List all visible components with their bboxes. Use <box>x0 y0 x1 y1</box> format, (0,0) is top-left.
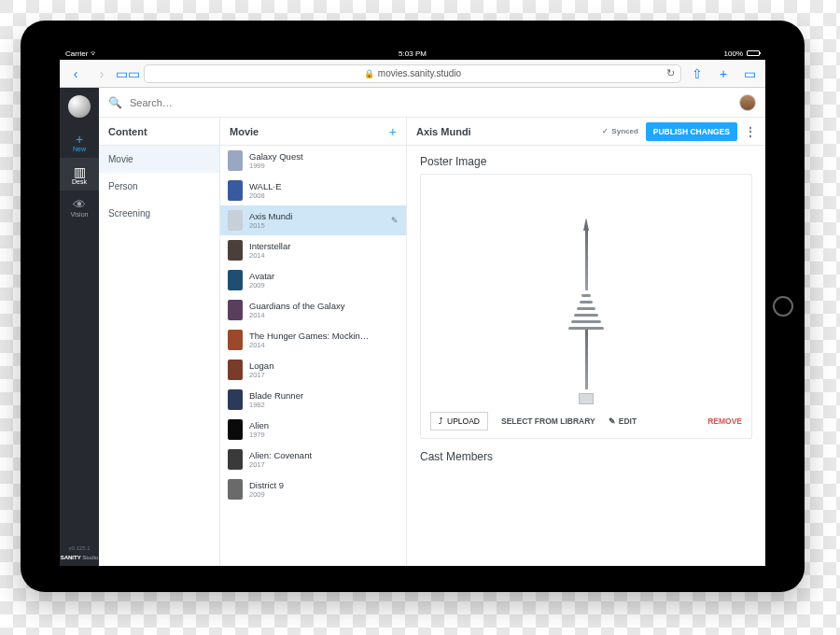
home-button[interactable] <box>773 296 793 317</box>
status-bar: Carrier ᯤ 5:03 PM 100% <box>60 47 765 60</box>
movie-title: WALL·E <box>249 181 282 191</box>
battery-icon <box>747 50 760 56</box>
edit-image-button[interactable]: ✎ EDIT <box>609 416 637 426</box>
reload-icon[interactable]: ↻ <box>666 67 675 79</box>
wifi-icon: ᯤ <box>91 49 98 58</box>
rail-vision[interactable]: 👁 Vision <box>60 190 99 223</box>
app-logo-icon[interactable] <box>68 95 91 118</box>
field-label-poster: Poster Image <box>420 155 752 168</box>
pane-document: Axis Mundi ✓ Synced PUBLISH CHANGES ⋮ Po… <box>407 118 765 566</box>
rail-desk[interactable]: ▥ Desk <box>60 158 99 190</box>
carrier-label: Carrier ᯤ <box>65 49 98 58</box>
brand-label: SANITY Studio <box>61 555 99 566</box>
bookmarks-icon[interactable]: ▭▭ <box>118 64 138 84</box>
poster-image-field: ⤴ UPLOAD SELECT FROM LIBRARY ✎ EDIT REMO… <box>420 174 752 439</box>
movie-title: Axis Mundi <box>249 211 292 221</box>
upload-icon: ⤴ <box>439 416 443 426</box>
movie-year: 1999 <box>249 162 303 170</box>
clock: 5:03 PM <box>399 49 427 58</box>
movie-title: Blade Runner <box>249 390 303 401</box>
movie-item[interactable]: Logan2017 <box>220 355 406 385</box>
movie-title: Galaxy Quest <box>249 151 303 162</box>
upload-button[interactable]: ⤴ UPLOAD <box>430 412 488 430</box>
pane-title: Content <box>108 126 147 137</box>
app: + New ▥ Desk 👁 Vision v0.125.1 SANITY St… <box>60 88 765 566</box>
eye-icon: 👁 <box>60 198 99 211</box>
back-button[interactable]: ‹ <box>65 64 86 84</box>
movie-thumb <box>228 300 243 320</box>
movie-item[interactable]: Galaxy Quest1999 <box>220 146 406 176</box>
url-bar[interactable]: 🔒 movies.sanity.studio ↻ <box>144 64 681 83</box>
avatar[interactable] <box>739 94 756 111</box>
movie-title: The Hunger Games: Mockin… <box>249 331 369 341</box>
movie-year: 2014 <box>249 341 369 349</box>
movie-item[interactable]: The Hunger Games: Mockin…2014 <box>220 325 406 355</box>
search-icon: 🔍 <box>108 96 122 109</box>
poster-preview[interactable] <box>427 180 746 404</box>
movie-item[interactable]: Alien: Covenant2017 <box>220 444 406 474</box>
movie-title: Interstellar <box>249 241 290 251</box>
kebab-icon[interactable]: ⋮ <box>745 125 756 138</box>
movie-year: 2009 <box>249 490 284 499</box>
movie-title: Alien: Covenant <box>249 450 312 460</box>
content-type-item[interactable]: Screening <box>99 200 219 227</box>
select-library-button[interactable]: SELECT FROM LIBRARY <box>501 416 595 426</box>
sidebar-rail: + New ▥ Desk 👁 Vision v0.125.1 SANITY St… <box>60 88 99 566</box>
forward-button[interactable]: › <box>91 64 112 84</box>
movie-item[interactable]: Blade Runner1982 <box>220 385 406 415</box>
tablet-frame: Carrier ᯤ 5:03 PM 100% ‹ › ▭▭ 🔒 movies.s… <box>21 21 805 592</box>
movie-title: Alien <box>249 420 269 430</box>
movie-item[interactable]: District 92009 <box>220 474 406 504</box>
add-movie-icon[interactable]: + <box>389 124 397 139</box>
field-label-cast: Cast Members <box>420 450 752 463</box>
movie-title: Guardians of the Galaxy <box>249 301 344 311</box>
share-icon[interactable]: ⇧ <box>687 64 707 84</box>
tower-illustration <box>567 218 606 404</box>
new-tab-icon[interactable]: + <box>713 64 734 84</box>
movie-thumb <box>228 479 243 500</box>
movie-year: 2014 <box>249 251 290 260</box>
movie-year: 2017 <box>249 371 273 379</box>
movie-year: 2014 <box>249 311 344 319</box>
movie-year: 2009 <box>249 281 274 289</box>
tabs-icon[interactable]: ▭ <box>739 64 760 84</box>
pane-title: Movie <box>230 126 259 137</box>
movie-thumb <box>228 150 243 171</box>
sync-status: ✓ Synced <box>602 127 637 135</box>
movie-item[interactable]: Guardians of the Galaxy2014 <box>220 295 406 325</box>
search-bar: 🔍 <box>99 88 765 118</box>
movie-thumb <box>228 360 243 380</box>
movie-year: 1982 <box>249 401 303 409</box>
search-input[interactable] <box>130 97 732 108</box>
version-label: v0.125.1 <box>68 542 90 555</box>
movie-thumb <box>228 449 243 470</box>
movie-title: Logan <box>249 360 273 371</box>
columns-icon: ▥ <box>60 165 99 178</box>
movie-thumb <box>228 419 243 440</box>
lock-icon: 🔒 <box>364 69 374 78</box>
movie-thumb <box>228 180 243 201</box>
movie-year: 2017 <box>249 460 312 469</box>
content-type-item[interactable]: Movie <box>99 146 219 173</box>
movie-thumb <box>228 389 243 410</box>
movie-item[interactable]: WALL·E2008 <box>220 176 406 205</box>
publish-button[interactable]: PUBLISH CHANGES <box>646 122 737 141</box>
movie-item[interactable]: Alien1979 <box>220 415 406 444</box>
movie-item[interactable]: Axis Mundi2015✎ <box>220 205 406 235</box>
movie-thumb <box>228 330 243 350</box>
movie-thumb <box>228 270 243 290</box>
movie-item[interactable]: Interstellar2014 <box>220 235 406 265</box>
url-text: movies.sanity.studio <box>378 68 461 78</box>
screen: Carrier ᯤ 5:03 PM 100% ‹ › ▭▭ 🔒 movies.s… <box>60 47 765 566</box>
movie-thumb <box>228 240 243 261</box>
movie-item[interactable]: Avatar2009 <box>220 265 406 295</box>
movie-year: 2008 <box>249 191 282 200</box>
browser-toolbar: ‹ › ▭▭ 🔒 movies.sanity.studio ↻ ⇧ + ▭ <box>60 60 765 88</box>
rail-new[interactable]: + New <box>60 125 99 158</box>
document-title: Axis Mundi <box>416 126 471 137</box>
remove-image-button[interactable]: REMOVE <box>707 416 742 426</box>
pane-content-types: Content MoviePersonScreening <box>99 118 220 566</box>
content-type-item[interactable]: Person <box>99 173 219 200</box>
pencil-icon: ✎ <box>391 216 399 225</box>
movie-year: 1979 <box>249 430 269 439</box>
